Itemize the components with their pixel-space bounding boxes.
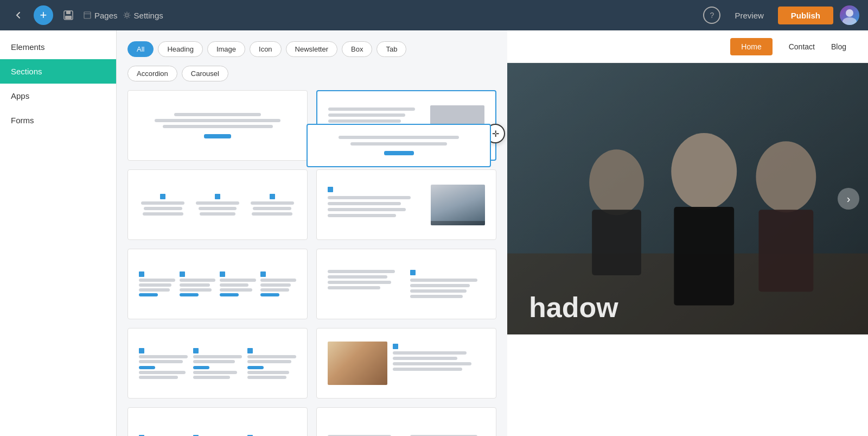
filter-icon[interactable]: Icon (250, 41, 282, 57)
filter-row: All Heading Image Icon Newsletter Box Ta… (127, 41, 496, 57)
nav-home-button[interactable]: Home (730, 38, 772, 55)
sidebar-item-apps[interactable]: Apps (0, 84, 116, 108)
preview-hero: › hadow (507, 63, 868, 334)
svg-rect-2 (65, 16, 72, 19)
svg-point-6 (846, 9, 853, 17)
nav-blog-link[interactable]: Blog (831, 42, 846, 51)
preview-area: Home Contact Blog (507, 30, 868, 436)
hero-next-button[interactable]: › (838, 188, 859, 210)
avatar-initials (840, 5, 859, 25)
filter-box[interactable]: Box (342, 41, 372, 57)
section-card-1[interactable] (127, 90, 308, 161)
section-card-7[interactable] (127, 328, 308, 399)
svg-point-7 (843, 17, 857, 25)
sidebar: Elements Sections Apps Forms (0, 30, 117, 436)
section-card-3[interactable] (127, 169, 308, 240)
preview-nav: Home Contact Blog (507, 30, 868, 63)
section-card-2[interactable]: ✛ (316, 90, 496, 161)
svg-rect-1 (66, 11, 71, 14)
filter-row-2: Accordion Carousel (127, 66, 496, 81)
section-card-8[interactable] (316, 328, 496, 399)
svg-rect-3 (84, 12, 91, 18)
section-card-5[interactable] (127, 249, 308, 319)
filter-image[interactable]: Image (207, 41, 245, 57)
hero-shadow-text: hadow (529, 291, 618, 324)
sidebar-item-sections[interactable]: Sections (0, 59, 116, 84)
sidebar-item-elements[interactable]: Elements (0, 35, 116, 59)
publish-button[interactable]: Publish (778, 7, 833, 24)
save-button[interactable] (59, 5, 78, 25)
filter-all[interactable]: All (127, 41, 154, 57)
help-button[interactable]: ? (703, 7, 720, 24)
filter-accordion[interactable]: Accordion (127, 66, 177, 81)
nav-contact-link[interactable]: Contact (789, 42, 815, 51)
layout: Elements Sections Apps Forms All Heading… (0, 30, 868, 436)
filter-heading[interactable]: Heading (158, 41, 202, 57)
section-card-6[interactable] (316, 249, 496, 319)
settings-nav[interactable]: Settings (123, 11, 163, 20)
pages-nav[interactable]: Pages (84, 11, 118, 20)
back-button[interactable] (9, 5, 28, 25)
sections-panel: All Heading Image Icon Newsletter Box Ta… (117, 30, 507, 436)
preview-button[interactable]: Preview (727, 8, 771, 23)
svg-point-5 (125, 14, 128, 17)
section-card-10[interactable] (316, 407, 496, 436)
filter-carousel[interactable]: Carousel (182, 66, 228, 81)
avatar[interactable] (840, 5, 859, 25)
filter-tab[interactable]: Tab (376, 41, 406, 57)
topbar-right: ? Preview Publish (703, 5, 859, 25)
sidebar-item-forms[interactable]: Forms (0, 108, 116, 132)
section-card-9[interactable] (127, 407, 308, 436)
section-cards-grid: ✛ (127, 90, 496, 436)
filter-newsletter[interactable]: Newsletter (286, 41, 337, 57)
topbar-left: + Pages Settings (9, 5, 697, 25)
floating-selected-card (307, 124, 491, 167)
section-card-4[interactable] (316, 169, 496, 240)
topbar: + Pages Settings ? (0, 0, 868, 30)
add-button[interactable]: + (34, 5, 53, 25)
